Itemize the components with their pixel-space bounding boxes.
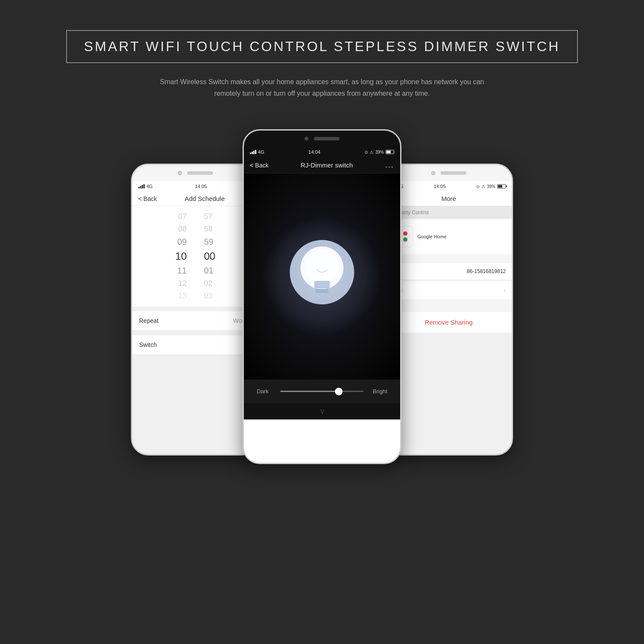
camera-icon: [178, 171, 182, 175]
repeat-label: Repeat: [139, 317, 158, 324]
time-row-selected[interactable]: 1000: [132, 249, 258, 264]
battery-percent-center: 39%: [375, 150, 384, 155]
signal-icon-center: [250, 150, 256, 154]
speaker-icon: [187, 171, 213, 175]
google-dot-red: [403, 231, 407, 236]
camera-icon-right: [431, 171, 435, 175]
back-button-left[interactable]: < Back: [138, 195, 157, 202]
switch-row[interactable]: Switch: [132, 335, 258, 355]
nav-title-left: Add Schedule: [185, 195, 225, 202]
time-picker: 0757 0858 0959 1000 1101 1202 1303: [132, 206, 258, 307]
status-bar-right: G 14:05 ⊙ ⚠ 39%: [386, 181, 512, 191]
time-left: 14:05: [195, 184, 207, 189]
dark-label: Dark: [257, 388, 274, 395]
page-title: SMART WIFI TOUCH CONTROL STEPLESS DIMMER…: [66, 30, 578, 63]
phone-left-topbar: [132, 165, 258, 181]
switch-label: Switch: [139, 341, 157, 348]
subtitle: Smart Wireless Switch makes all your hom…: [150, 76, 494, 99]
network-label-center: 4G: [258, 149, 264, 155]
chevron-right-icon: ›: [504, 286, 506, 294]
dimmer-screen: [244, 173, 400, 380]
time-row-1: 0757: [132, 210, 258, 223]
phone-center-topbar: [244, 131, 400, 147]
google-home-section[interactable]: Google Home: [386, 219, 512, 254]
nav-bar-center: < Back RJ-Dimmer switch ...: [244, 157, 400, 173]
nav-title-center: RJ-Dimmer switch: [301, 161, 353, 169]
speaker-icon-center: [314, 137, 340, 140]
repeat-row[interactable]: Repeat Workin: [132, 311, 258, 331]
third-party-header: ird-party Control: [386, 206, 512, 219]
battery-icon-center: [386, 150, 394, 154]
nav-bar-right: More: [386, 191, 512, 206]
phone-right-topbar: [386, 165, 512, 181]
time-center: 14:04: [309, 149, 321, 155]
from-value: 86-15816819812: [467, 268, 506, 274]
brightness-slider[interactable]: [280, 391, 364, 392]
phone-center: 4G 14:04 ⊙ ⚠ 39% < Back RJ-Dimmer switch…: [243, 129, 401, 464]
speaker-icon-right: [440, 171, 466, 175]
more-icon-center[interactable]: ...: [385, 161, 394, 170]
bottom-arrow[interactable]: ∨: [244, 403, 400, 419]
time-row-3: 0959: [132, 235, 258, 249]
time-row-2: 0858: [132, 223, 258, 235]
time-right: 14:05: [434, 184, 446, 189]
time-row-7: 1303: [132, 290, 258, 302]
from-row: rom 86-15816819812: [386, 263, 512, 280]
location-icon-right: ⊙: [476, 184, 480, 189]
brightness-slider-row: Dark Bright: [257, 388, 387, 395]
location-icon: ⊙: [365, 150, 368, 155]
battery-icon-right: [497, 184, 506, 188]
remove-sharing-button[interactable]: Remove Sharing: [386, 311, 512, 333]
header-section: SMART WIFI TOUCH CONTROL STEPLESS DIMMER…: [66, 30, 578, 99]
phones-container: 4G 14:05 G < Back Add Schedule 0757 0858…: [131, 129, 513, 464]
google-home-label: Google Home: [417, 234, 447, 239]
network-label-left: 4G: [146, 184, 153, 189]
status-bar-left: 4G 14:05 G: [132, 181, 258, 191]
more-content: ird-party Control Google Home rom 86: [386, 206, 512, 333]
phone-right: G 14:05 ⊙ ⚠ 39% More ird-party Control: [384, 164, 513, 456]
back-row[interactable]: back ›: [386, 281, 512, 300]
nav-title-right: More: [441, 195, 456, 202]
alarm-icon: ⚠: [370, 150, 374, 155]
status-bar-center: 4G 14:04 ⊙ ⚠ 39%: [244, 147, 400, 157]
alarm-icon-right: ⚠: [481, 184, 485, 189]
slider-thumb[interactable]: [335, 388, 343, 395]
time-row-6: 1202: [132, 277, 258, 290]
slider-section: Dark Bright: [244, 380, 400, 403]
back-button-center[interactable]: < Back: [250, 162, 268, 169]
time-row-5: 1101: [132, 264, 258, 277]
signal-icon: [138, 184, 145, 188]
nav-bar-left: < Back Add Schedule: [132, 191, 258, 206]
battery-percent-right: 39%: [487, 184, 495, 189]
camera-icon-center: [304, 137, 309, 141]
bright-label: Bright: [370, 388, 387, 395]
phone-left: 4G 14:05 G < Back Add Schedule 0757 0858…: [131, 164, 260, 456]
bulb-glow: [288, 238, 356, 315]
google-dot-green: [403, 237, 407, 242]
